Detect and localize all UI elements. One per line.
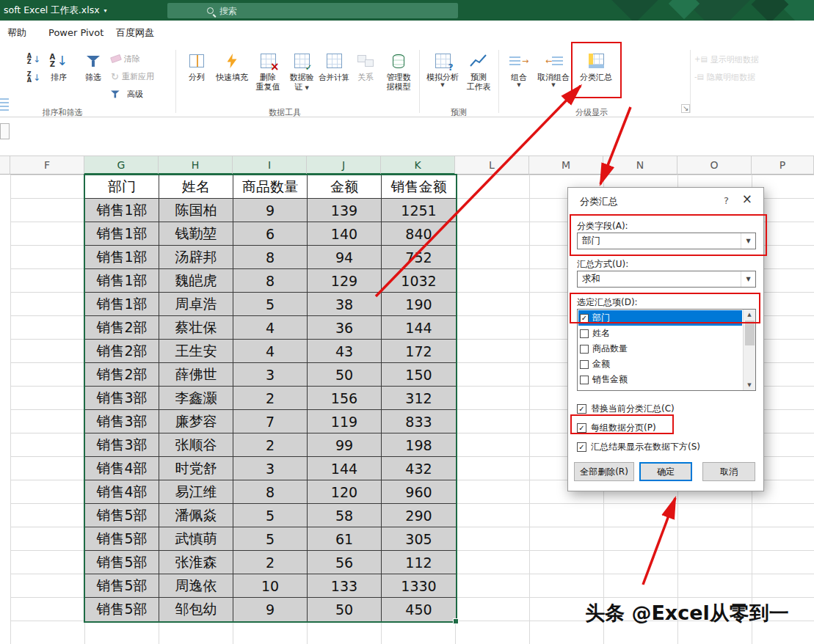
cell[interactable]: 50 [308,363,382,387]
cell[interactable]: 129 [308,269,382,293]
cell[interactable]: 销售2部 [85,316,159,340]
cell[interactable]: 156 [308,387,382,410]
cell[interactable]: 销售3部 [85,387,159,410]
scroll-down-icon[interactable]: ▼ [747,380,751,390]
column-header[interactable]: N [603,156,677,175]
page-break-between-groups-checkbox[interactable]: ✓ 每组数据分页(P) [577,422,656,434]
checkbox[interactable]: ✓ [577,404,586,414]
scroll-up-icon[interactable]: ▲ [747,310,751,320]
cell[interactable]: 1032 [382,269,456,293]
ungroup-button[interactable]: ← 取消组合 ▼ [535,49,572,102]
cancel-button[interactable]: 取消 [702,462,755,481]
subtotal-button[interactable]: 分类汇总 [575,49,617,102]
cell[interactable]: 销售3部 [85,433,159,457]
summary-below-data-checkbox[interactable]: ✓ 汇总结果显示在数据下方(S) [577,441,700,453]
sort-descending-button[interactable]: ZA↓ [24,69,43,87]
cell[interactable]: 58 [308,504,382,527]
listbox-scrollbar[interactable]: ▲ ▼ [743,310,755,390]
list-item[interactable]: 金额 [578,356,742,372]
search-box[interactable] [167,3,458,18]
ok-button[interactable]: 确定 [639,462,692,481]
cell[interactable]: 2 [233,551,308,574]
group-button[interactable]: → 组合 ▼ [503,49,535,102]
header-cell[interactable]: 销售金额 [382,175,456,199]
text-to-columns-button[interactable]: 分列 [181,49,213,102]
data-validation-button[interactable]: 数据验 证 ▼ [286,49,318,102]
list-item[interactable]: 销售金额 [578,372,742,387]
cell[interactable]: 4 [233,316,308,340]
checkbox[interactable] [580,345,589,354]
cell[interactable]: 94 [308,246,382,269]
cell[interactable]: 190 [382,293,456,316]
cell[interactable]: 119 [308,410,382,433]
column-header[interactable]: H [159,156,233,175]
cell[interactable]: 销售4部 [85,457,159,480]
sort-ascending-button[interactable]: AZ↓ [24,51,43,68]
cell[interactable]: 销售1部 [85,199,159,222]
cell[interactable]: 36 [308,316,382,340]
cell[interactable]: 销售1部 [85,222,159,246]
list-item[interactable]: ✓ 部门 [578,310,742,326]
cell[interactable]: 销售4部 [85,480,159,504]
scrollbar-thumb[interactable] [745,321,755,345]
cell[interactable]: 312 [382,387,456,410]
cell[interactable]: 钱勤堃 [159,222,233,246]
remove-all-button[interactable]: 全部删除(R) [574,462,634,481]
cell[interactable]: 172 [382,340,456,363]
cell[interactable]: 1251 [382,199,456,222]
column-header[interactable]: M [529,156,603,175]
consolidate-button[interactable]: 合并计算 [317,49,351,102]
cell[interactable]: 销售5部 [85,574,159,598]
column-header[interactable]: P [752,156,814,175]
checkbox[interactable]: ✓ [577,442,586,452]
what-if-analysis-button[interactable]: 模拟分析 ▼ [424,49,461,102]
tab-baidu-netdisk[interactable]: 百度网盘 [116,21,154,45]
cell[interactable]: 450 [382,598,456,621]
list-item[interactable]: 姓名 [578,326,742,341]
dialog-launcher-icon[interactable]: ↘ [681,104,690,113]
cell[interactable]: 汤辟邦 [159,246,233,269]
cell[interactable]: 133 [308,574,382,598]
close-icon[interactable]: × [742,191,752,206]
cell[interactable]: 张顺谷 [159,433,233,457]
cell[interactable]: 销售2部 [85,340,159,363]
cell[interactable]: 张淮森 [159,551,233,574]
cell[interactable]: 6 [233,222,308,246]
header-cell[interactable]: 金额 [308,175,382,199]
filter-button[interactable]: 筛选 [76,49,110,102]
flash-fill-button[interactable]: 快速填充 [214,49,250,102]
cell[interactable]: 3 [233,457,308,480]
cell[interactable]: 销售3部 [85,410,159,433]
cell[interactable]: 9 [233,199,308,222]
checkbox[interactable]: ✓ [580,314,589,323]
cell[interactable]: 1330 [382,574,456,598]
cell[interactable]: 140 [308,222,382,246]
help-icon[interactable]: ? [724,195,729,206]
cell[interactable]: 销售5部 [85,504,159,527]
replace-current-subtotals-checkbox[interactable]: ✓ 替换当前分类汇总(C) [577,403,675,415]
cell[interactable]: 10 [233,574,308,598]
classify-field-select[interactable]: 部门 ▼ [577,233,756,249]
cell[interactable]: 销售2部 [85,363,159,387]
cell[interactable]: 2 [233,433,308,457]
cell[interactable]: 邹包幼 [159,598,233,621]
cell[interactable]: 魏皑虎 [159,269,233,293]
cell[interactable]: 144 [308,457,382,480]
forecast-sheet-button[interactable]: 预测 工作表 [462,49,495,102]
column-header[interactable]: L [455,156,529,175]
cell[interactable]: 198 [382,433,456,457]
cell[interactable]: 43 [308,340,382,363]
column-header[interactable]: K [381,156,455,175]
cell[interactable]: 120 [308,480,382,504]
cell[interactable]: 7 [233,410,308,433]
cell[interactable]: 武慎萌 [159,527,233,551]
column-header[interactable]: G [84,156,159,175]
cell[interactable]: 陈国柏 [159,199,233,222]
header-cell[interactable]: 姓名 [159,175,233,199]
cell[interactable]: 销售1部 [85,293,159,316]
list-item[interactable]: 商品数量 [578,341,742,356]
cell[interactable]: 销售5部 [85,598,159,621]
cell[interactable]: 2 [233,387,308,410]
cell[interactable]: 840 [382,222,456,246]
chevron-down-icon[interactable]: ▼ [741,271,755,287]
